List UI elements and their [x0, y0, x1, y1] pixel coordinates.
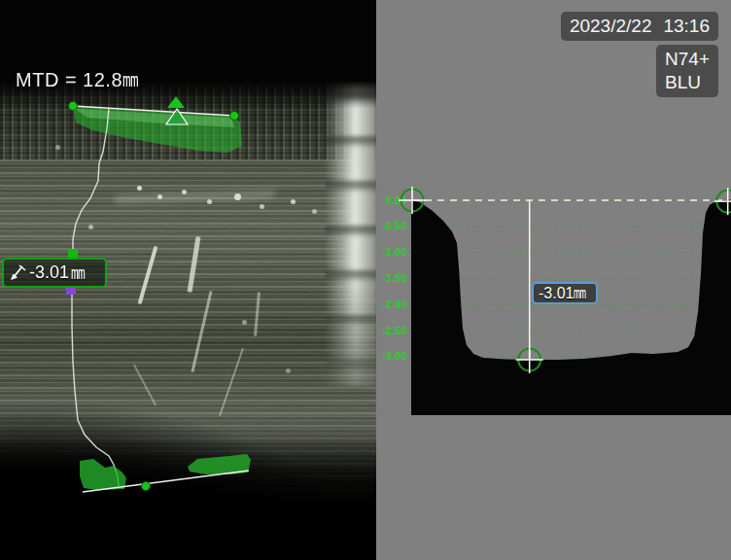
reference-handle-dot[interactable]	[69, 102, 78, 111]
depth-reference-marker[interactable]	[66, 287, 76, 295]
cursor-depth-value: -3.01	[539, 285, 574, 301]
date-text: 2023/2/22	[570, 16, 652, 36]
probe-type: BLU	[665, 71, 710, 94]
reference-handle-dot[interactable]	[142, 482, 151, 491]
depth-result-label[interactable]: -3.01mm	[2, 258, 107, 288]
datetime-badge: 2023/2/2213:16	[561, 12, 718, 41]
profile-trace-line	[72, 294, 119, 486]
surface-profile-area	[411, 200, 731, 416]
chart-cursor-label[interactable]: -3.01mm	[532, 282, 598, 304]
y-tick-label: -2.50	[382, 325, 406, 336]
y-tick-label: -2.00	[382, 298, 406, 310]
depth-unit: mm	[71, 262, 85, 283]
y-tick-label: -1.50	[382, 272, 406, 284]
reference-triangle-marker[interactable]	[167, 96, 185, 108]
measurement-screen: MTD = 12.8mm -3.01mm 0.00-0.50-1.00-1.50…	[0, 0, 731, 560]
mtd-unit: mm	[122, 68, 138, 91]
probe-tip-badge: N74+ BLU	[656, 45, 718, 97]
mtd-readout: MTD = 12.8mm	[16, 68, 144, 91]
time-text: 13:16	[663, 16, 710, 36]
profile-chart-pane: 0.00-0.50-1.00-1.50-2.00-2.50-3.00 2023/…	[376, 0, 731, 560]
reference-handle-dot[interactable]	[230, 112, 239, 121]
camera-image-pane: MTD = 12.8mm -3.01mm	[0, 0, 376, 560]
mtd-value: MTD = 12.8	[16, 69, 122, 90]
depth-measure-icon	[8, 263, 27, 283]
y-tick-label: -0.50	[382, 220, 406, 231]
y-tick-label: -1.00	[382, 246, 406, 258]
reference-area-bottom-left[interactable]	[80, 459, 126, 490]
cursor-depth-unit: mm	[574, 284, 585, 302]
depth-value: -3.01	[29, 262, 69, 283]
y-tick-label: -3.00	[382, 350, 406, 362]
probe-model: N74+	[665, 48, 710, 71]
